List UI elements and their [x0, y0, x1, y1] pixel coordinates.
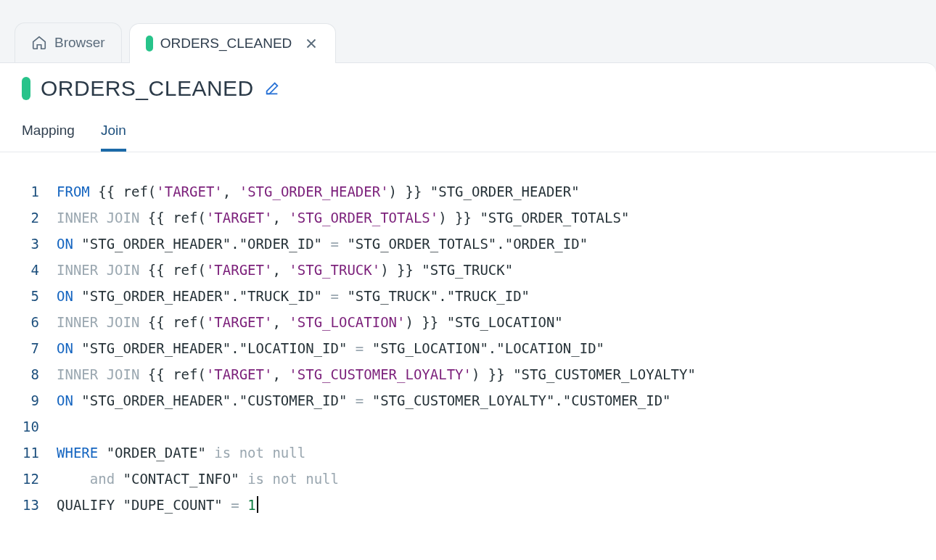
tab-bar: Browser ORDERS_CLEANED [0, 0, 936, 62]
code-line: 11WHERE "ORDER_DATE" is not null [15, 440, 921, 466]
code-line: 6INNER JOIN {{ ref('TARGET', 'STG_LOCATI… [15, 309, 921, 335]
tab-label: ORDERS_CLEANED [160, 36, 292, 52]
close-icon[interactable] [303, 36, 319, 52]
page-title: ORDERS_CLEANED [41, 76, 254, 101]
code-line: 4INNER JOIN {{ ref('TARGET', 'STG_TRUCK'… [15, 257, 921, 283]
active-file-tab[interactable]: ORDERS_CLEANED [129, 23, 337, 63]
code-line: 1FROM {{ ref('TARGET', 'STG_ORDER_HEADER… [15, 178, 921, 205]
code-line: 10 [15, 413, 921, 440]
browser-tab[interactable]: Browser [15, 22, 122, 62]
tab-label: Browser [54, 35, 105, 51]
tab-mapping[interactable]: Mapping [22, 123, 75, 152]
code-line: 12 and "CONTACT_INFO" is not null [15, 466, 921, 492]
code-line: 13QUALIFY "DUPE_COUNT" = 1 [15, 492, 921, 518]
code-line: 3ON "STG_ORDER_HEADER"."ORDER_ID" = "STG… [15, 231, 921, 257]
sql-editor[interactable]: 1FROM {{ ref('TARGET', 'STG_ORDER_HEADER… [0, 152, 936, 525]
sub-tabs: Mapping Join [0, 107, 936, 152]
code-line: 9ON "STG_ORDER_HEADER"."CUSTOMER_ID" = "… [15, 387, 921, 413]
main-content: ORDERS_CLEANED Mapping Join 1FROM {{ ref… [0, 62, 936, 560]
code-line: 2INNER JOIN {{ ref('TARGET', 'STG_ORDER_… [15, 205, 921, 231]
edit-icon[interactable] [264, 81, 280, 96]
code-line: 7ON "STG_ORDER_HEADER"."LOCATION_ID" = "… [15, 335, 921, 361]
text-cursor [257, 496, 258, 513]
model-chip-icon [22, 77, 30, 100]
tab-join[interactable]: Join [101, 123, 126, 152]
model-chip-icon [146, 36, 153, 52]
title-row: ORDERS_CLEANED [0, 63, 936, 107]
home-icon [31, 35, 47, 51]
code-line: 8INNER JOIN {{ ref('TARGET', 'STG_CUSTOM… [15, 361, 921, 387]
code-line: 5ON "STG_ORDER_HEADER"."TRUCK_ID" = "STG… [15, 283, 921, 309]
